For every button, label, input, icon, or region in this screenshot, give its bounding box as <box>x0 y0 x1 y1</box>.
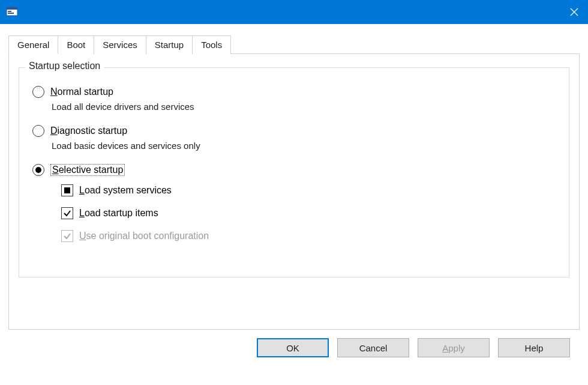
tab-panel: Startup selection Normal startup Load al… <box>8 53 580 330</box>
dialog-content: General Boot Services Startup Tools Star… <box>0 24 588 357</box>
app-icon <box>5 4 20 20</box>
svg-rect-1 <box>7 7 17 10</box>
tab-tools[interactable]: Tools <box>192 35 231 54</box>
dialog-buttons: OK Cancel Apply Help <box>8 330 580 357</box>
checkbox-icon <box>61 207 73 219</box>
checkbox-use-original-boot: Use original boot configuration <box>61 230 558 242</box>
radio-icon <box>32 125 44 137</box>
ok-button[interactable]: OK <box>257 338 329 357</box>
radio-diagnostic-startup[interactable]: Diagnostic startup <box>32 125 558 137</box>
checkbox-label: Use original boot configuration <box>79 231 209 241</box>
tab-services[interactable]: Services <box>94 35 146 54</box>
selective-sub-options: Load system services Load startup items … <box>61 184 558 242</box>
radio-label: Selective startup <box>50 164 125 176</box>
radio-icon <box>32 164 44 176</box>
tab-startup[interactable]: Startup <box>146 35 193 54</box>
svg-rect-3 <box>8 13 14 14</box>
cancel-button[interactable]: Cancel <box>337 338 409 357</box>
tab-general[interactable]: General <box>8 35 58 54</box>
tab-boot[interactable]: Boot <box>58 35 94 54</box>
checkbox-label: Load startup items <box>79 208 158 219</box>
normal-startup-desc: Load all device drivers and services <box>52 102 558 112</box>
checkbox-load-startup-items[interactable]: Load startup items <box>61 207 558 219</box>
checkbox-label: Load system services <box>79 185 172 196</box>
close-button[interactable] <box>560 0 588 24</box>
radio-selective-startup[interactable]: Selective startup <box>32 164 558 176</box>
radio-normal-startup[interactable]: Normal startup <box>32 86 558 98</box>
checkbox-icon <box>61 230 73 242</box>
radio-icon <box>32 86 44 98</box>
diagnostic-startup-desc: Load basic devices and services only <box>52 141 558 151</box>
help-button[interactable]: Help <box>498 338 570 357</box>
svg-rect-2 <box>8 11 11 12</box>
checkbox-icon <box>61 184 73 196</box>
group-title: Startup selection <box>25 61 104 71</box>
tab-strip: General Boot Services Startup Tools <box>8 35 580 53</box>
radio-label: Normal startup <box>50 86 113 97</box>
checkbox-load-system-services[interactable]: Load system services <box>61 184 558 196</box>
startup-selection-group: Startup selection Normal startup Load al… <box>19 67 569 277</box>
apply-button: Apply <box>418 338 490 357</box>
titlebar <box>0 0 588 24</box>
radio-label: Diagnostic startup <box>50 126 127 136</box>
